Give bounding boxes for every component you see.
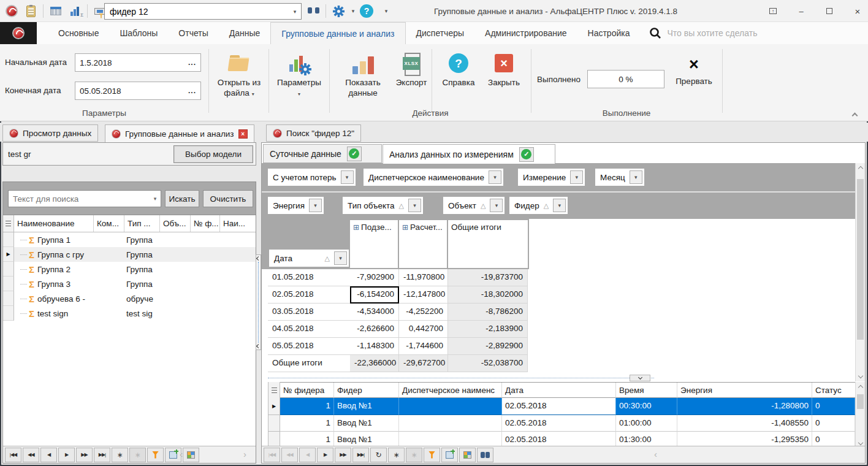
dropdown-icon[interactable]: ▾ [570,170,583,184]
hscroll-right-icon[interactable]: › [243,449,246,459]
grid-cell-dispatcher[interactable] [399,398,502,415]
grid-cell-num[interactable]: 1 [280,415,334,432]
grid-cell-status[interactable]: 0 [812,398,855,415]
quick-search-combo[interactable]: ▾ [104,3,302,20]
grid-header-dispatcher[interactable]: Диспетчерское наименс [399,382,502,398]
column-field-feeder[interactable]: Фидер △ ▾ [509,197,568,214]
pivot-cell[interactable]: -4,534000 [350,304,399,321]
grid-vertical-scrollbar[interactable] [855,382,865,448]
nav-insert-button[interactable]: ∗ [112,448,128,462]
grid-cell-date[interactable]: 02.05.2018 [502,415,616,432]
pivot-cell[interactable]: -7,902900 [350,269,399,286]
combo-dropdown-icon[interactable]: ▾ [150,196,161,202]
tab-dannye[interactable]: Данные [219,22,271,44]
abort-button[interactable]: × Прервать [672,53,716,115]
filter-field-measurement[interactable]: Измерение ▾ [518,169,585,186]
doc-tab-data-view[interactable]: Просмотр данных [2,124,98,142]
grid-header-time[interactable]: Время [616,382,677,398]
tab-analysis-by-measure[interactable]: Анализ данных по измерениям ✓ [383,144,555,164]
grid-cell-date[interactable]: 02.05.2018 [502,398,616,415]
tree-search-input[interactable] [9,194,150,204]
binoculars-icon[interactable] [305,3,321,19]
scrollbar-thumb[interactable] [857,179,864,340]
tab-otchety[interactable]: Отчеты [168,22,218,44]
table-icon[interactable] [48,3,64,19]
nav-insert-button[interactable]: ∗ [388,448,405,462]
maximize-icon[interactable] [824,6,835,17]
scroll-down-icon[interactable] [856,370,865,381]
pivot-cell[interactable]: -1,148300 [350,338,399,355]
minimize-icon[interactable]: – [796,6,807,17]
pivot-column-header[interactable]: ⊞Расчет... [399,220,447,268]
close-icon[interactable]: × [852,6,863,17]
tree-row[interactable]: Σ test sign test sig [14,306,256,321]
layout-button[interactable] [459,448,476,462]
tab-gruppovye-dannye[interactable]: Групповые данные и анализ [270,22,405,44]
dropdown-icon[interactable]: ▾ [408,199,421,212]
filter-field-month[interactable]: Месяц ▾ [595,169,644,186]
pivot-grand-total-cell[interactable]: -52,038700 [448,355,528,372]
grid-cell-num[interactable]: 1 [280,398,334,415]
end-date-value[interactable]: 05.05.2018 [80,86,188,96]
grid-cell-feeder[interactable]: Ввод №1 [334,415,399,432]
grid-header-feeder-num[interactable]: № фидера [280,382,334,398]
grid-cell-time[interactable]: 00:30:00 [616,398,677,415]
dropdown-icon[interactable]: ▾ [334,251,347,265]
nav-last-button[interactable]: ▶▶| [352,448,369,462]
pivot-cell[interactable]: -1,744600 [399,338,448,355]
help-icon[interactable]: ? [360,4,373,18]
dropdown-icon[interactable]: ▾ [341,170,354,184]
end-date-picker-button[interactable]: ... [188,86,196,95]
measure-field-energy[interactable]: Энергия ▾ [268,197,324,214]
pivot-vertical-scrollbar[interactable] [855,163,865,381]
clear-button[interactable]: Очистить [203,190,253,207]
grid-header-energy[interactable]: Энергия [677,382,812,398]
column-header-obj[interactable]: Объ... [160,215,191,232]
filter-button[interactable] [147,448,164,462]
collapse-left-icon[interactable] [256,344,261,348]
tree-row[interactable]: Σ Группа 2 Группа [14,262,256,277]
grid-header-date[interactable]: Дата [502,382,616,398]
layout-button[interactable] [183,448,199,462]
grid-header-status[interactable]: Статус [812,382,855,398]
column-header-nai[interactable]: Наи... [220,215,256,232]
expand-icon[interactable]: ⊞ [402,223,408,232]
doc-tab-search[interactable]: Поиск "фидер 12" [266,124,361,142]
save-layout-button[interactable] [165,448,181,462]
float-window-icon[interactable]: ↑ [767,6,779,17]
qat-customize-icon[interactable]: ▾ [383,8,390,14]
tree-row[interactable]: Σ обручева 6 - обруче [14,291,256,306]
open-from-file-button[interactable]: Открыть из файла ▾ [211,49,267,112]
grid-cell-dispatcher[interactable] [399,415,502,432]
parameters-button[interactable]: Параметры ▾ [271,49,327,112]
quick-search-input[interactable] [105,7,289,17]
nav-last-button[interactable]: ▶▶| [94,448,110,462]
pivot-cell[interactable]: 0,442700 [399,321,448,338]
help-button[interactable]: ? Справка [436,49,481,112]
nav-prev-button[interactable]: ◀ [40,448,57,462]
gear-dropdown-icon[interactable]: ▾ [349,8,357,14]
filter-field-losses[interactable]: С учетом потерь ▾ [268,169,356,186]
app-menu-button[interactable] [0,22,37,44]
gear-icon[interactable] [330,3,346,19]
show-data-button[interactable]: Показать данные [334,49,392,112]
combo-dropdown-icon[interactable]: ▾ [289,9,301,15]
pivot-cell[interactable]: -2,626600 [350,321,399,338]
expand-icon[interactable]: ⊞ [353,223,359,232]
pivot-total-cell[interactable]: -29,672700 [399,355,448,372]
close-view-button[interactable]: × Закрыть [483,49,525,112]
nav-first-button[interactable]: |◀◀ [5,448,21,462]
save-layout-button[interactable] [441,448,458,462]
doc-tab-group-analysis[interactable]: Групповые данные и анализ × [105,124,254,142]
pivot-total-cell[interactable]: -2,183900 [448,321,528,338]
dropdown-icon[interactable]: ▾ [309,199,322,212]
row-field-date[interactable]: Дата △ ▾ [269,250,349,267]
nav-prev-page-button[interactable]: ◀◀ [23,448,39,462]
tab-daily-data[interactable]: Суточные данные ✓ [263,144,382,163]
pivot-cell-focused[interactable]: -6,154200 [350,286,399,304]
column-field-object-type[interactable]: Тип объекта △ ▾ [343,197,423,214]
pivot-cell[interactable]: -12,147800 [399,286,448,304]
scroll-up-icon[interactable] [856,382,865,393]
pivot-cell[interactable]: -4,252200 [399,304,448,321]
choose-model-button[interactable]: Выбор модели [173,145,253,163]
